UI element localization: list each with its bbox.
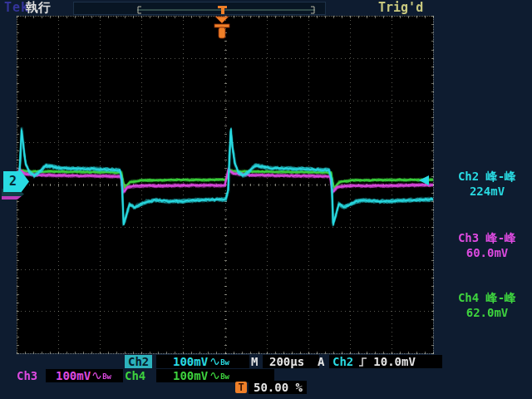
ch2-ac-coupling-icon <box>210 357 220 366</box>
measurement-ch2-label: Ch2 峰-峰 <box>444 170 530 184</box>
ch3-scale-value: 100mV <box>56 369 91 382</box>
measurement-ch2-value: 224mV <box>444 185 530 199</box>
trigger-mode-label: A <box>318 355 324 368</box>
trigger-status: Trig'd <box>378 1 423 14</box>
trigger-level: 10.0mV <box>373 355 416 368</box>
ch3-ac-coupling-icon <box>92 372 102 380</box>
trigger-position-readout[interactable]: 50.00 % <box>249 381 307 394</box>
ch4-bandwidth-label: Bw <box>220 371 229 382</box>
ch2-level-arrow-icon <box>419 175 429 185</box>
trigger-position-icon: T <box>235 382 247 393</box>
measurement-ch3-label: Ch3 峰-峰 <box>444 231 530 245</box>
measurement-ch4-label: Ch4 峰-峰 <box>444 291 530 305</box>
ch2-bandwidth-label: Bw <box>220 357 229 368</box>
waveform-display <box>0 0 532 399</box>
trigger-position-value: 50.00 % <box>254 381 303 394</box>
ch4-ac-coupling-icon <box>210 372 220 380</box>
record-view-bar <box>73 2 326 15</box>
acquisition-status: 執行 <box>26 1 51 14</box>
ch4-scale-value: 100mV <box>173 369 208 382</box>
measurement-ch4-value: 62.0mV <box>444 306 530 320</box>
measurement-ch3-value: 60.0mV <box>444 246 530 260</box>
ch3-channel-button[interactable]: Ch3 <box>17 369 37 382</box>
timebase-readout[interactable]: 200µs <box>263 355 319 368</box>
ch3-bandwidth-label: Bw <box>102 371 111 382</box>
trigger-source: Ch2 <box>332 355 353 368</box>
ch2-channel-button[interactable]: Ch2 <box>125 355 152 368</box>
oscilloscope-screen: Tek 執行 Trig'd 2 Ch2 峰-峰 224mV Ch3 峰-峰 60… <box>0 0 532 399</box>
rising-slope-icon <box>357 357 369 367</box>
ch3-scale-readout[interactable]: 100mV Bw <box>46 369 123 382</box>
ch2-scale-value: 100mV <box>173 355 208 368</box>
ch4-channel-button[interactable]: Ch4 <box>125 369 145 382</box>
trigger-readout[interactable]: Ch2 10.0mV <box>329 355 442 368</box>
timebase-label: M <box>251 355 258 368</box>
ch2-scale-readout[interactable]: 100mV Bw <box>156 355 249 368</box>
trigger-position-marker-icon[interactable] <box>212 16 232 40</box>
record-view-graphic <box>74 5 323 15</box>
timebase-value: 200µs <box>269 355 304 368</box>
